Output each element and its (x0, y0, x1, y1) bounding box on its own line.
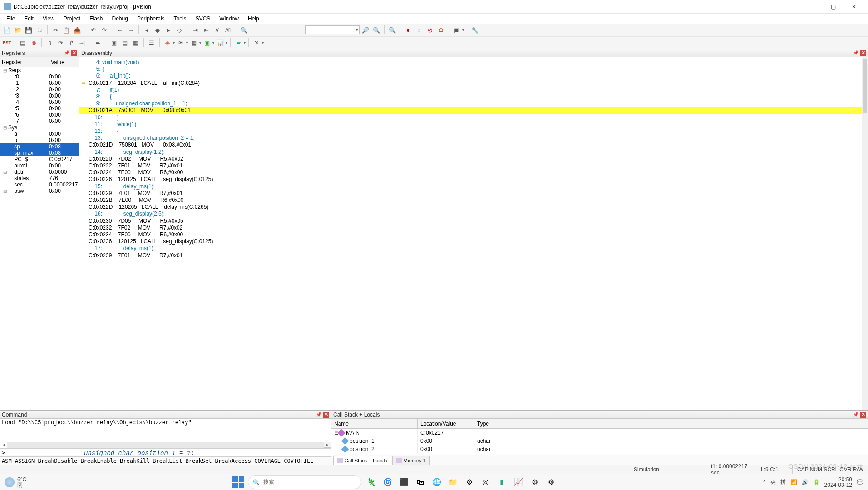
app-icon[interactable]: ◎ (479, 476, 492, 489)
outdent-icon[interactable]: ⇤ (201, 25, 211, 35)
reg-row[interactable]: sec0.00002217 (0, 181, 79, 188)
reg-row[interactable]: b0x00 (0, 137, 79, 143)
configure-icon[interactable]: 🔧 (470, 25, 480, 35)
ime-icon[interactable]: 英 (770, 478, 776, 486)
disasm-line[interactable]: 12: { (79, 128, 868, 135)
disasm-line[interactable]: 9: unsigned char position_1 = 1; (79, 100, 868, 107)
disasm-line[interactable]: 7: if(1) (79, 87, 868, 93)
reset-cpu-icon[interactable]: RST (2, 38, 12, 48)
menu-help[interactable]: Help (243, 15, 264, 23)
disasm-line[interactable]: C:0x0234 7E00 MOV R6,#0x00 (79, 231, 868, 238)
incremental-find-icon[interactable]: 🔍 (371, 25, 381, 35)
edge-icon[interactable]: 🌐 (430, 476, 443, 489)
find-combo[interactable]: ▾ (305, 25, 360, 34)
pin-icon[interactable]: 📌 (853, 50, 859, 56)
uncomment-icon[interactable]: //⃠ (223, 25, 233, 35)
symbols-window-icon[interactable]: ▦ (131, 38, 141, 48)
breakpoint-kill-icon[interactable]: ✿ (436, 25, 446, 35)
indent-icon[interactable]: ⇥ (190, 25, 200, 35)
maximize-button[interactable]: ▢ (823, 0, 843, 14)
callstack-window-icon[interactable]: ◈▾ (163, 38, 175, 48)
disassembly-view[interactable]: 4: void main(void) 5: { 6: all_init();➪C… (79, 57, 868, 437)
open-icon[interactable]: 📂 (13, 25, 23, 35)
start-button[interactable] (232, 476, 244, 488)
explorer-icon[interactable]: 📁 (447, 476, 459, 489)
reg-row[interactable]: ⊞ psw0x00 (0, 188, 79, 194)
reg-row[interactable]: sp_max0x08 (0, 150, 79, 156)
reg-row[interactable]: r60x00 (0, 112, 79, 118)
weather-widget[interactable]: 6°C阴 (5, 477, 26, 488)
reg-row[interactable]: sp0x08 (0, 143, 79, 150)
reg-row[interactable]: r50x00 (0, 105, 79, 112)
taskview-icon[interactable]: ⬛ (398, 476, 410, 489)
new-file-icon[interactable]: 📄 (2, 25, 12, 35)
menu-tools[interactable]: Tools (169, 15, 191, 23)
disasm-line[interactable]: 14: seg_display(1,2); (79, 149, 868, 156)
menu-edit[interactable]: Edit (20, 15, 38, 23)
panel-tab[interactable]: Memory 1 (392, 456, 430, 465)
undo-icon[interactable]: ↶ (88, 25, 98, 35)
callstack-row[interactable]: ⊟MAINC:0x0217 (331, 429, 868, 437)
disasm-line[interactable]: ➪C:0x0217 120284 LCALL all_init(C:0284) (79, 80, 868, 87)
reg-row[interactable]: r20x00 (0, 86, 79, 93)
disasm-line[interactable]: 17: delay_ms(1); (79, 245, 868, 252)
step-over-icon[interactable]: ↷ (55, 38, 65, 48)
bookmark-clear-icon[interactable]: ◇ (174, 25, 184, 35)
close-panel-icon[interactable]: ✕ (323, 412, 329, 418)
breakpoint-insert-icon[interactable]: ● (403, 25, 413, 35)
disasm-line[interactable]: 5: { (79, 66, 868, 73)
pin-icon[interactable]: 📌 (853, 412, 859, 418)
registers-window-icon[interactable]: ☰ (147, 38, 157, 48)
disasm-line[interactable]: C:0x0220 7D02 MOV R5,#0x02 (79, 156, 868, 162)
panel-tab[interactable]: Call Stack + Locals (333, 456, 391, 465)
pin-icon[interactable]: 📌 (64, 50, 70, 56)
chevron-up-icon[interactable]: ^ (763, 479, 766, 485)
bookmark-next-icon[interactable]: ▸ (163, 25, 173, 35)
close-panel-icon[interactable]: ✕ (71, 50, 77, 56)
disasm-line[interactable]: 6: all_init(); (79, 73, 868, 79)
disasm-line[interactable]: C:0x0236 120125 LCALL seg_display(C:0125… (79, 238, 868, 245)
menu-file[interactable]: File (2, 15, 20, 23)
steam-icon[interactable]: ⚙ (463, 476, 476, 489)
close-panel-icon[interactable]: ✕ (860, 412, 866, 418)
disasm-line[interactable]: 10: } (79, 114, 868, 121)
disasm-line[interactable]: 11: while(1) (79, 121, 868, 128)
reg-row[interactable]: r40x00 (0, 99, 79, 105)
callstack-row[interactable]: position_10x00uchar (331, 437, 868, 445)
save-all-icon[interactable]: 🗂 (35, 25, 44, 35)
ime-icon[interactable]: 拼 (780, 478, 786, 486)
cut-icon[interactable]: ✂ (50, 25, 60, 35)
analysis-window-icon[interactable]: 📊▾ (215, 38, 227, 48)
clock[interactable]: 20:59 2024-03-12 (824, 477, 852, 488)
trace-window-icon[interactable]: ▰▾ (233, 38, 246, 48)
reg-row[interactable]: PC $C:0x0217 (0, 156, 79, 162)
debug-start-icon[interactable]: 🔍 (387, 25, 397, 35)
nav-fwd-icon[interactable]: → (126, 25, 136, 35)
scrollbar[interactable] (862, 57, 868, 437)
bookmark-toggle-icon[interactable]: ◆ (153, 25, 163, 35)
battery-icon[interactable]: 🔋 (813, 479, 820, 485)
reg-row[interactable]: ⊞ dptr0x0000 (0, 169, 79, 175)
menu-project[interactable]: Project (59, 15, 85, 23)
volume-icon[interactable]: 🔊 (802, 479, 809, 485)
window-layout-icon[interactable]: ▣▾ (452, 25, 464, 35)
run-icon[interactable]: ▤ (18, 38, 28, 48)
system-tray[interactable]: ^ 英 拼 📶 🔊 🔋 20:59 2024-03-12 💬 (763, 477, 863, 488)
menu-debug[interactable]: Debug (108, 15, 133, 23)
disasm-line[interactable]: 8: { (79, 93, 868, 100)
reg-row[interactable]: r30x00 (0, 93, 79, 99)
reg-row[interactable]: a0x00 (0, 131, 79, 137)
menu-svcs[interactable]: SVCS (191, 15, 215, 23)
system-viewer-icon[interactable]: ✕▾ (252, 38, 264, 48)
notifications-icon[interactable]: 💬 (857, 479, 863, 485)
command-window-icon[interactable]: ▣ (109, 38, 119, 48)
app-icon[interactable]: 🦎 (365, 476, 378, 489)
disasm-line[interactable]: 15: delay_ms(1); (79, 183, 868, 190)
bookmark-prev-icon[interactable]: ◂ (142, 25, 152, 35)
taskbar-search[interactable]: 🔍 搜索 (248, 475, 361, 489)
disasm-line[interactable]: C:0x0229 7F01 MOV R7,#0x01 (79, 190, 868, 197)
command-input[interactable]: > (0, 448, 331, 456)
command-output[interactable]: Load "D:\\C51project\\buzzer_relay\\Obje… (0, 419, 331, 442)
copilot-icon[interactable]: 🌀 (381, 476, 394, 489)
disassembly-window-icon[interactable]: ▤ (120, 38, 130, 48)
